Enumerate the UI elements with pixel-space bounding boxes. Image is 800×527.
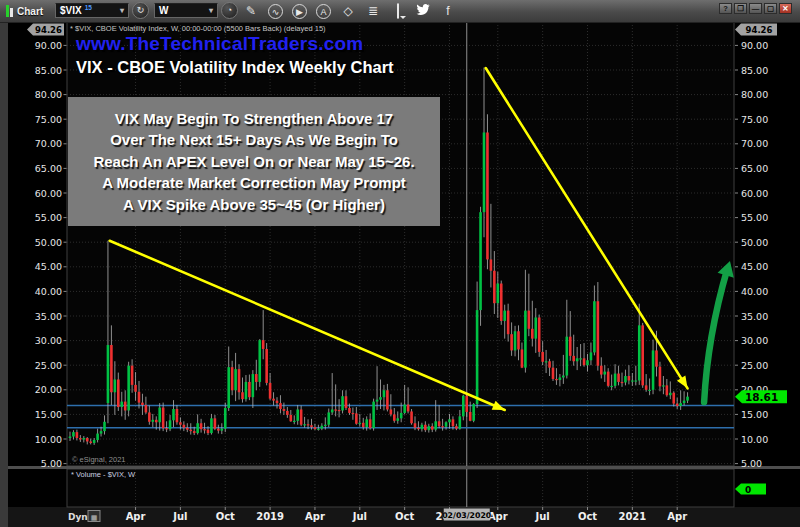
candlestick [162, 408, 165, 429]
time-template-button[interactable]: ◔ [221, 2, 238, 19]
chevron-down-icon: ▾ [120, 6, 124, 15]
candlestick [193, 431, 196, 433]
candlestick [252, 374, 255, 397]
candlestick [686, 397, 689, 401]
candlestick [493, 271, 496, 303]
candlestick [372, 402, 375, 429]
candlestick [141, 403, 144, 405]
trendline-tools-button[interactable]: ∿ [268, 4, 283, 19]
delay-badge: 15 [85, 4, 92, 11]
candlestick [583, 358, 586, 365]
candlestick [476, 310, 479, 404]
candlestick [317, 429, 320, 430]
candlestick [645, 385, 648, 389]
playback-button[interactable]: ▶ [292, 4, 307, 19]
chart-series-icon [6, 5, 13, 17]
interval-combo[interactable]: W ▾ [154, 3, 218, 18]
candlestick [486, 132, 489, 259]
twitter-button[interactable] [415, 3, 431, 19]
candlestick [234, 369, 237, 390]
help-button[interactable]: ? [719, 3, 732, 14]
x-axis-label: Apr [126, 511, 146, 522]
candlestick [79, 438, 82, 439]
eraser-button[interactable]: ◇ [340, 3, 356, 19]
esignal-chart-window: Chart $VIX 15 ▾ ↻ W ▾ ◔ ✎∿▶A◇≣f ?❐—▢✕ 90… [0, 0, 800, 527]
symbol-description: * $VIX, CBOE Volatility Index, W, 00:00-… [70, 24, 326, 33]
candlestick [631, 380, 634, 381]
candlestick [355, 413, 358, 423]
candlestick [214, 418, 217, 428]
symbol-lookup-button[interactable]: ↻ [132, 2, 149, 19]
candlestick [348, 408, 351, 413]
candlestick [672, 393, 675, 404]
candlestick [362, 423, 365, 427]
candlestick [414, 423, 417, 427]
candlestick [345, 396, 348, 408]
restore-button[interactable]: ❐ [734, 3, 747, 14]
close-button[interactable]: ✕ [779, 3, 792, 14]
maximize-button[interactable]: ▢ [764, 3, 777, 14]
candlestick [459, 416, 462, 428]
candlestick [265, 349, 268, 383]
annotation-line: Reach An APEX Level On or Near May 15~26… [93, 151, 414, 173]
dyn-mode-label[interactable]: Dyn [68, 512, 88, 522]
candlestick [183, 425, 186, 428]
candlestick [110, 345, 113, 392]
candlestick [552, 368, 555, 379]
x-axis-label: Apr [667, 511, 687, 522]
candlestick [676, 404, 679, 406]
candlestick [503, 311, 506, 321]
candlestick [410, 411, 413, 423]
candlestick [103, 422, 106, 431]
draw-pencil-button[interactable]: ✎ [243, 3, 259, 19]
candlestick [327, 412, 330, 424]
chart-canvas[interactable]: 90.0090.0085.0085.0080.0080.0075.0075.00… [0, 0, 800, 527]
symbol-combo[interactable]: $VIX 15 ▾ [55, 3, 129, 18]
facebook-button[interactable]: f [440, 3, 456, 19]
chat-bubble-icon [397, 3, 399, 19]
chat-button[interactable] [390, 3, 406, 19]
pane-separator[interactable] [8, 466, 800, 469]
candlestick [179, 422, 182, 424]
candlestick [541, 352, 544, 362]
candlestick [497, 284, 500, 304]
candlestick [510, 334, 513, 350]
candlestick [231, 367, 234, 390]
candlestick [338, 410, 341, 411]
candlestick [134, 385, 137, 392]
candlestick [241, 392, 244, 399]
minimize-button[interactable]: — [749, 3, 762, 14]
candlestick [562, 376, 565, 378]
x-axis-label: Apr [305, 511, 325, 522]
annotation-box[interactable]: VIX May Begin To Strengthen Above 17 Ove… [68, 97, 440, 226]
candlestick [548, 361, 551, 367]
candlestick [465, 396, 468, 412]
candlestick [559, 378, 562, 380]
text-annotation-button[interactable]: A [316, 4, 331, 19]
candlestick [255, 374, 258, 382]
x-axis-label: 2021 [618, 511, 646, 522]
annotation-line: Over The Next 15+ Days As We Begin To [110, 129, 398, 151]
volume-zero-value: 0 [745, 485, 751, 495]
candlestick [428, 426, 431, 430]
candlestick [393, 414, 396, 420]
chart-tab[interactable]: Chart [6, 2, 43, 20]
candlestick [86, 438, 89, 441]
candlestick [462, 396, 465, 417]
candlestick [531, 329, 534, 339]
left-price-axis[interactable] [8, 22, 67, 466]
candlestick [296, 409, 299, 420]
candlestick [207, 430, 210, 433]
candlestick [528, 311, 531, 329]
candlestick [624, 376, 627, 382]
candlestick [597, 301, 600, 365]
candlestick [600, 366, 603, 375]
main-toolbar: Chart $VIX 15 ▾ ↻ W ▾ ◔ ✎∿▶A◇≣f ?❐—▢✕ [0, 0, 800, 23]
candlestick [169, 420, 172, 429]
candlestick [666, 385, 669, 395]
right-price-axis[interactable] [735, 22, 800, 466]
candlestick [586, 360, 589, 365]
date-marker-label: 02/03/2020 [442, 511, 492, 520]
candlestick [127, 366, 130, 411]
studies-button[interactable]: ≣ [365, 3, 381, 19]
